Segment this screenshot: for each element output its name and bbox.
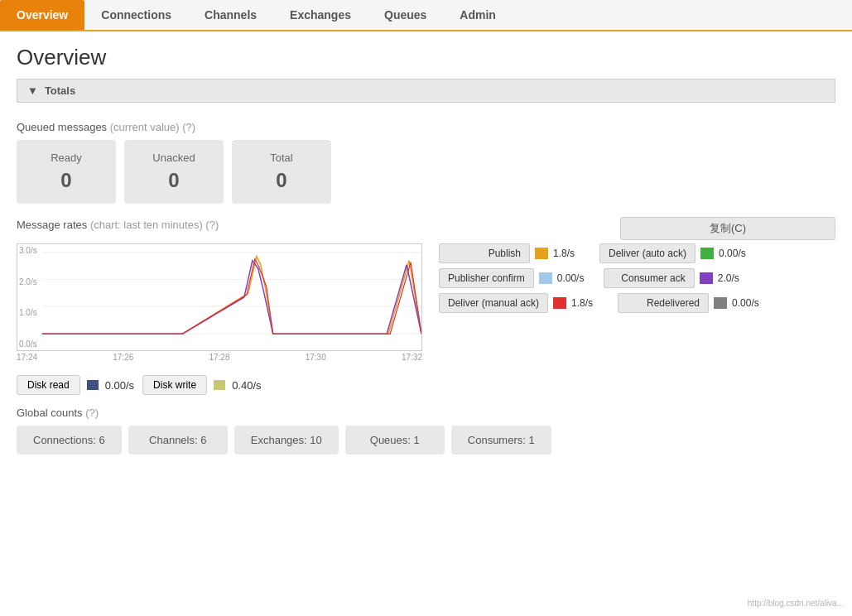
chart-area: 3.0/s 2.0/s 1.0/s 0.0/s <box>17 243 835 363</box>
page-title: Overview <box>0 31 852 79</box>
chart-svg <box>17 244 421 350</box>
ready-value: 0 <box>41 169 91 192</box>
consumer-ack-rate: 2.0/s <box>718 272 759 284</box>
disk-read-button[interactable]: Disk read <box>17 375 80 395</box>
disk-write-color <box>214 380 225 390</box>
disk-write-rate: 0.40/s <box>232 379 261 392</box>
stat-unacked: Unacked 0 <box>124 140 224 204</box>
global-consumers: Consumers: 1 <box>451 426 551 455</box>
y-axis-labels: 3.0/s 2.0/s 1.0/s 0.0/s <box>19 244 37 350</box>
legend-publisher-confirm: Publisher confirm 0.00/s Consumer ack 2.… <box>439 268 773 288</box>
global-channels: Channels: 6 <box>128 426 228 455</box>
nav-overview[interactable]: Overview <box>0 0 84 30</box>
disk-read-rate: 0.00/s <box>105 379 134 392</box>
nav-admin[interactable]: Admin <box>443 0 513 30</box>
nav-queues[interactable]: Queues <box>368 0 443 30</box>
deliver-auto-ack-label[interactable]: Deliver (auto ack) <box>599 243 696 263</box>
totals-section: ▼ Totals Queued messages (current value)… <box>17 79 835 455</box>
total-value: 0 <box>257 169 306 192</box>
deliver-auto-ack-rate: 0.00/s <box>719 248 760 259</box>
disk-io: Disk read 0.00/s Disk write 0.40/s <box>17 375 835 395</box>
publisher-confirm-color <box>539 272 552 284</box>
global-queues: Queues: 1 <box>345 426 445 455</box>
consumer-ack-color <box>700 272 713 284</box>
global-connections: Connections: 6 <box>17 426 122 455</box>
queued-messages-label: Queued messages (current value) (?) <box>17 121 835 133</box>
global-exchanges: Exchanges: 10 <box>234 426 339 455</box>
legend-deliver-manual: Deliver (manual ack) 1.8/s Redelivered 0… <box>439 293 773 313</box>
deliver-manual-rate: 1.8/s <box>571 297 613 309</box>
x-axis-labels: 17:24 17:26 17:28 17:30 17:32 <box>17 351 422 363</box>
disk-read-color <box>87 380 99 390</box>
totals-header[interactable]: ▼ Totals <box>17 79 835 103</box>
redelivered-label[interactable]: Redelivered <box>618 293 709 313</box>
nav-connections[interactable]: Connections <box>84 0 188 30</box>
publisher-confirm-label[interactable]: Publisher confirm <box>439 268 534 288</box>
deliver-auto-ack-color <box>700 248 714 259</box>
main-nav: Overview Connections Channels Exchanges … <box>0 0 852 31</box>
legend-publish: Publish 1.8/s Deliver (auto ack) 0.00/s <box>439 243 773 263</box>
totals-arrow-icon: ▼ <box>27 84 38 97</box>
deliver-manual-color <box>553 297 566 309</box>
redelivered-color <box>714 297 727 309</box>
publish-label[interactable]: Publish <box>439 243 530 263</box>
stat-total: Total 0 <box>232 140 331 204</box>
total-label: Total <box>257 152 306 164</box>
disk-write-button[interactable]: Disk write <box>142 375 207 395</box>
publisher-confirm-rate: 0.00/s <box>557 272 599 284</box>
nav-exchanges[interactable]: Exchanges <box>273 0 368 30</box>
message-rate-chart: 3.0/s 2.0/s 1.0/s 0.0/s <box>17 243 422 351</box>
copy-button[interactable]: 复制(C) <box>620 217 835 240</box>
redelivered-rate: 0.00/s <box>732 297 773 309</box>
stat-ready: Ready 0 <box>17 140 116 204</box>
global-boxes: Connections: 6 Channels: 6 Exchanges: 10… <box>17 426 835 455</box>
global-counts-label: Global counts (?) <box>17 407 835 419</box>
deliver-manual-label[interactable]: Deliver (manual ack) <box>439 293 548 313</box>
totals-label: Totals <box>45 84 75 97</box>
unacked-label: Unacked <box>149 152 199 164</box>
unacked-value: 0 <box>149 169 199 192</box>
stat-boxes: Ready 0 Unacked 0 Total 0 <box>17 140 835 204</box>
ready-label: Ready <box>41 152 91 164</box>
publish-color <box>535 248 548 259</box>
nav-channels[interactable]: Channels <box>188 0 273 30</box>
consumer-ack-label[interactable]: Consumer ack <box>604 268 695 288</box>
message-rates-label: Message rates (chart: last ten minutes) … <box>17 219 219 231</box>
publish-rate: 1.8/s <box>553 248 594 259</box>
